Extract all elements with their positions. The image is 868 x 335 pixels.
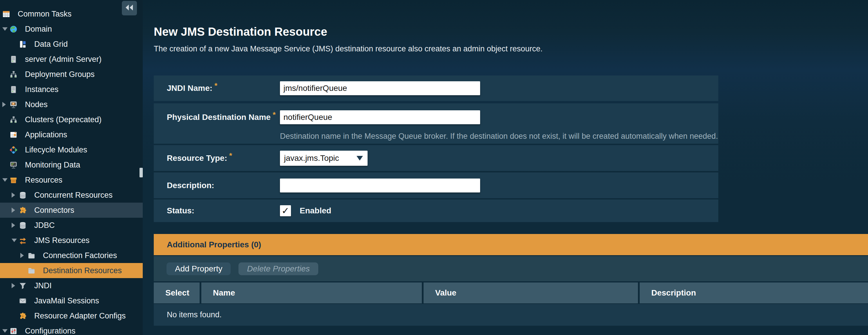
database-icon [19, 221, 27, 229]
expand-toggle-icon[interactable] [11, 223, 19, 228]
sidebar-item-deployment-groups[interactable]: Deployment Groups [0, 67, 143, 82]
puzzle-icon [19, 206, 27, 214]
additional-properties-section: Additional Properties (0) Add Property D… [154, 234, 868, 326]
funnel-icon [19, 282, 27, 290]
applications-icon [9, 131, 18, 139]
sidebar-item-label: Resources [25, 176, 62, 185]
jms-arrows-icon [19, 237, 27, 244]
description-label: Description: [167, 181, 214, 190]
sidebar-item-label: Common Tasks [18, 9, 72, 19]
monitor-play-icon [9, 101, 18, 109]
sidebar-item-label: Instances [25, 85, 59, 94]
sidebar-item-nodes[interactable]: Nodes [0, 97, 143, 112]
server-icon [9, 56, 18, 63]
lifecycle-icon [9, 146, 18, 154]
double-chevron-left-icon [125, 4, 134, 12]
sidebar-collapse-button[interactable] [122, 1, 137, 16]
sidebar-item-label: Destination Resources [43, 266, 122, 275]
status-label: Status: [167, 206, 194, 215]
sidebar-item-instances[interactable]: Instances [0, 82, 143, 97]
folder-icon [28, 267, 35, 275]
page-intro: The creation of a new Java Message Servi… [154, 44, 542, 53]
sidebar-item-label: Nodes [25, 100, 48, 109]
expand-toggle-icon[interactable] [11, 192, 19, 198]
sidebar-item-label: Lifecycle Modules [25, 146, 87, 154]
destination-resource-form: JNDI Name:* Physical Destination Name* D… [154, 75, 718, 222]
enabled-checkbox-label: Enabled [300, 206, 331, 215]
checkmark-icon: ✓ [282, 205, 289, 216]
physical-destination-name-label: Physical Destination Name [167, 113, 271, 122]
column-header-value: Value [424, 282, 638, 303]
sidebar-item-data-grid[interactable]: Data Grid [0, 37, 143, 52]
sidebar-item-clusters-deprecated[interactable]: Clusters (Deprecated) [0, 112, 143, 127]
sidebar-item-server-admin-server[interactable]: server (Admin Server) [0, 52, 143, 67]
jndi-name-input[interactable] [280, 81, 480, 95]
sidebar-item-jdbc[interactable]: JDBC [0, 218, 143, 233]
sidebar-scrollbar-thumb[interactable] [140, 168, 143, 177]
sidebar-item-label: JavaMail Sessions [34, 296, 99, 305]
collapse-toggle-icon[interactable] [2, 329, 9, 333]
page-title: New JMS Destination Resource [154, 25, 327, 38]
required-asterisk: * [229, 151, 232, 160]
sidebar-item-label: Clusters (Deprecated) [25, 115, 101, 124]
node-group-icon [9, 116, 18, 124]
box-icon [9, 176, 18, 184]
sidebar-item-javamail-sessions[interactable]: JavaMail Sessions [0, 293, 143, 308]
sidebar-item-resources[interactable]: Resources [0, 173, 143, 187]
required-asterisk: * [273, 110, 276, 119]
sidebar-item-concurrent-resources[interactable]: Concurrent Resources [0, 187, 143, 203]
sidebar-item-jms-resources[interactable]: JMS Resources [0, 233, 143, 248]
expand-toggle-icon[interactable] [11, 208, 19, 213]
status-row: Status: ✓ Enabled [154, 200, 718, 222]
sidebar-item-label: Data Grid [34, 40, 68, 49]
enabled-checkbox[interactable]: ✓ [280, 205, 291, 216]
column-header-description: Description [640, 282, 868, 303]
jndi-name-row: JNDI Name:* [154, 75, 718, 101]
sidebar-item-domain[interactable]: Domain [0, 22, 143, 37]
database-icon [19, 191, 27, 199]
sidebar-item-label: Connection Factories [43, 251, 117, 260]
physical-destination-name-input[interactable] [280, 110, 480, 124]
monitor-data-icon [9, 161, 18, 169]
add-property-button[interactable]: Add Property [166, 263, 230, 275]
physical-destination-name-help: Destination name in the Message Queue br… [280, 132, 718, 141]
sidebar-item-configurations[interactable]: Configurations [0, 324, 143, 335]
collapse-toggle-icon[interactable] [2, 27, 9, 31]
additional-properties-toolbar: Add Property Delete Properties [154, 256, 868, 281]
resource-type-row: Resource Type:* javax.jms.Topic [154, 145, 718, 171]
navigation-sidebar: Common TasksDomainData Gridserver (Admin… [0, 0, 143, 335]
expand-toggle-icon[interactable] [11, 283, 19, 288]
resource-type-selected-value: javax.jms.Topic [284, 154, 339, 163]
sidebar-item-label: Configurations [25, 327, 75, 335]
chevron-down-icon [356, 156, 363, 160]
sidebar-item-connection-factories[interactable]: Connection Factories [0, 248, 143, 263]
collapse-toggle-icon[interactable] [2, 178, 9, 182]
collapse-toggle-icon[interactable] [11, 239, 19, 242]
sidebar-item-lifecycle-modules[interactable]: Lifecycle Modules [0, 142, 143, 157]
column-header-name: Name [202, 282, 422, 303]
description-input[interactable] [280, 179, 480, 192]
sidebar-item-label: Deployment Groups [25, 70, 95, 79]
sidebar-item-jndi[interactable]: JNDI [0, 278, 143, 293]
table-icon [2, 10, 10, 18]
resource-type-select[interactable]: javax.jms.Topic [280, 151, 368, 166]
sidebar-item-label: server (Admin Server) [25, 55, 101, 64]
sidebar-item-resource-adapter-configs[interactable]: Resource Adapter Configs [0, 308, 143, 324]
sidebar-item-monitoring-data[interactable]: Monitoring Data [0, 157, 143, 173]
sliders-icon [9, 327, 18, 335]
main-content: New JMS Destination Resource The creatio… [143, 0, 868, 335]
envelope-icon [19, 297, 27, 305]
sidebar-item-common-tasks[interactable]: Common Tasks [0, 6, 143, 22]
sidebar-item-destination-resources[interactable]: Destination Resources [0, 263, 143, 278]
sidebar-item-label: Applications [25, 130, 67, 139]
expand-toggle-icon[interactable] [2, 102, 9, 107]
expand-toggle-icon[interactable] [20, 253, 28, 258]
sidebar-item-connectors[interactable]: Connectors [0, 203, 143, 218]
sidebar-item-label: JNDI [34, 281, 52, 290]
delete-properties-button[interactable]: Delete Properties [239, 263, 318, 275]
sidebar-item-applications[interactable]: Applications [0, 127, 143, 142]
sidebar-item-label: JDBC [34, 221, 55, 230]
properties-table-header: Select Name Value Description [154, 282, 868, 303]
admin-console: Common TasksDomainData Gridserver (Admin… [0, 0, 868, 335]
additional-properties-title: Additional Properties (0) [167, 240, 261, 249]
